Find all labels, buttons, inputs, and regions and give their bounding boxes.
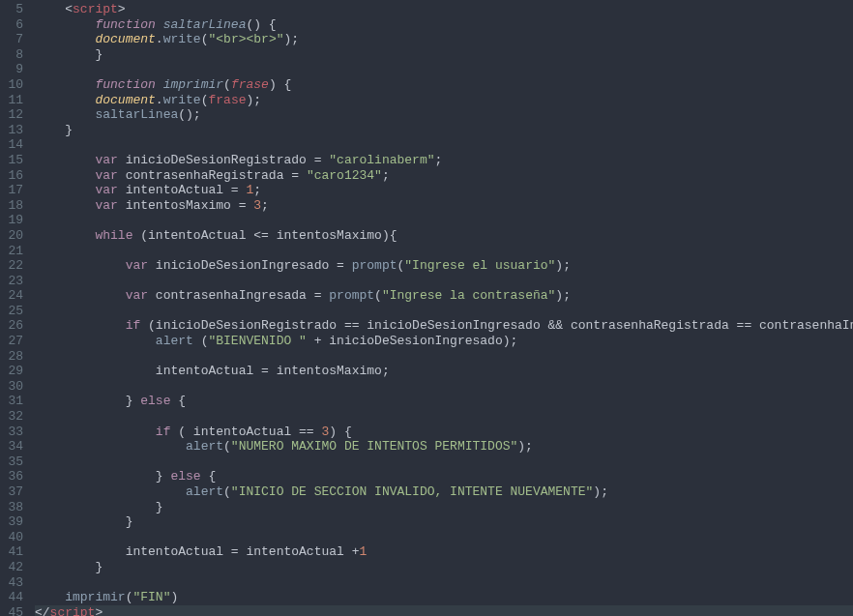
code-line[interactable]: } xyxy=(35,500,853,515)
line-number: 31 xyxy=(4,394,23,409)
code-area[interactable]: <script> function saltarLinea() { docume… xyxy=(31,0,853,616)
line-number: 35 xyxy=(4,455,23,470)
line-number: 32 xyxy=(4,409,23,425)
line-number: 21 xyxy=(4,244,23,259)
code-line[interactable]: function imprimir(frase) { xyxy=(35,77,853,93)
line-number: 24 xyxy=(4,288,23,304)
line-number: 14 xyxy=(4,137,23,153)
code-line[interactable] xyxy=(35,244,853,259)
line-number: 16 xyxy=(4,168,23,184)
code-line[interactable]: document.write(frase); xyxy=(35,93,853,108)
code-line[interactable] xyxy=(35,455,853,470)
line-number: 5 xyxy=(4,2,23,17)
code-line[interactable]: <script> xyxy=(35,2,853,17)
code-line[interactable]: saltarLinea(); xyxy=(35,107,853,123)
code-line[interactable] xyxy=(35,213,853,228)
code-line[interactable]: alert("NUMERO MAXIMO DE INTENTOS PERMITI… xyxy=(35,439,853,455)
code-line[interactable]: </script> xyxy=(35,605,853,616)
code-line[interactable]: var inicioDeSesionIngresado = prompt("In… xyxy=(35,258,853,274)
code-line[interactable] xyxy=(35,62,853,77)
code-line[interactable]: } xyxy=(35,560,853,575)
code-line[interactable]: if (inicioDeSesionRegistrado == inicioDe… xyxy=(35,318,853,334)
line-number: 37 xyxy=(4,484,23,500)
line-number: 30 xyxy=(4,379,23,395)
code-line[interactable]: var contrasenhaRegistrada = "caro1234"; xyxy=(35,168,853,184)
code-line[interactable]: } else { xyxy=(35,394,853,409)
line-number: 26 xyxy=(4,318,23,334)
line-number: 23 xyxy=(4,274,23,289)
line-number: 19 xyxy=(4,213,23,228)
line-number: 34 xyxy=(4,439,23,455)
line-number: 39 xyxy=(4,514,23,530)
code-line[interactable]: imprimir("FIN") xyxy=(35,590,853,605)
code-line[interactable]: function saltarLinea() { xyxy=(35,17,853,33)
code-line[interactable]: var intentoActual = 1; xyxy=(35,183,853,198)
code-line[interactable] xyxy=(35,274,853,289)
line-number: 27 xyxy=(4,334,23,349)
line-number: 45 xyxy=(4,605,23,616)
line-number: 38 xyxy=(4,500,23,515)
code-line[interactable]: alert("INICIO DE SECCION INVALIDO, INTEN… xyxy=(35,484,853,500)
code-line[interactable] xyxy=(35,379,853,395)
line-number: 15 xyxy=(4,153,23,168)
line-number: 40 xyxy=(4,530,23,545)
line-number: 33 xyxy=(4,425,23,440)
code-line[interactable]: intentoActual = intentoActual +1 xyxy=(35,544,853,560)
code-line[interactable]: } xyxy=(35,123,853,138)
line-number: 36 xyxy=(4,469,23,484)
code-line[interactable]: alert ("BIENVENIDO " + inicioDeSesionIng… xyxy=(35,334,853,349)
line-number: 18 xyxy=(4,198,23,214)
code-line[interactable]: intentoActual = intentosMaximo; xyxy=(35,364,853,379)
line-number: 28 xyxy=(4,349,23,365)
line-number: 10 xyxy=(4,77,23,93)
code-line[interactable]: var inicioDeSesionRegistrado = "carolina… xyxy=(35,153,853,168)
code-line[interactable] xyxy=(35,530,853,545)
line-number: 22 xyxy=(4,258,23,274)
line-number: 8 xyxy=(4,47,23,63)
line-number: 13 xyxy=(4,123,23,138)
line-number: 12 xyxy=(4,107,23,123)
code-line[interactable]: } xyxy=(35,47,853,63)
code-line[interactable] xyxy=(35,349,853,365)
code-line[interactable]: while (intentoActual <= intentosMaximo){ xyxy=(35,228,853,244)
code-line[interactable] xyxy=(35,409,853,425)
code-line[interactable]: var intentosMaximo = 3; xyxy=(35,198,853,214)
line-number: 9 xyxy=(4,62,23,77)
line-number: 41 xyxy=(4,544,23,560)
line-number: 44 xyxy=(4,590,23,605)
line-number: 17 xyxy=(4,183,23,198)
code-line[interactable]: if ( intentoActual == 3) { xyxy=(35,425,853,440)
line-number: 11 xyxy=(4,93,23,108)
code-line[interactable] xyxy=(35,137,853,153)
line-number: 7 xyxy=(4,32,23,47)
line-number: 29 xyxy=(4,364,23,379)
line-number-gutter: 5678910111213141516171819202122232425262… xyxy=(0,0,31,616)
code-line[interactable] xyxy=(35,575,853,591)
line-number: 25 xyxy=(4,304,23,319)
code-editor: 5678910111213141516171819202122232425262… xyxy=(0,0,853,616)
code-line[interactable] xyxy=(35,304,853,319)
code-line[interactable]: } else { xyxy=(35,469,853,484)
line-number: 42 xyxy=(4,560,23,575)
code-line[interactable]: } xyxy=(35,514,853,530)
line-number: 43 xyxy=(4,575,23,591)
line-number: 20 xyxy=(4,228,23,244)
line-number: 6 xyxy=(4,17,23,33)
code-line[interactable]: document.write("<br><br>"); xyxy=(35,32,853,47)
code-line[interactable]: var contrasenhaIngresada = prompt("Ingre… xyxy=(35,288,853,304)
